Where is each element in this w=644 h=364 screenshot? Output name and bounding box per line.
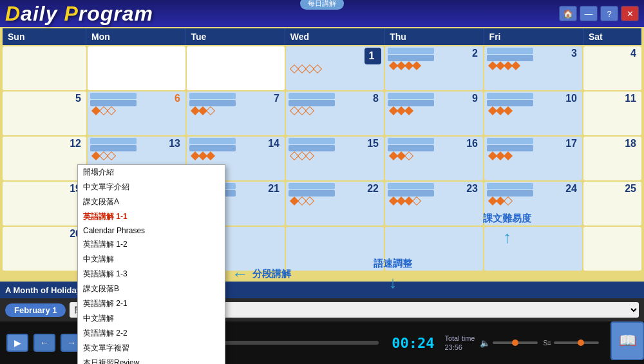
diamonds-17 xyxy=(487,151,580,160)
cal-cell-empty-tue xyxy=(187,46,285,90)
cal-cell-w5-wed[interactable] xyxy=(286,227,384,271)
help-button[interactable]: ? xyxy=(600,6,618,21)
cal-cell-8[interactable]: 8 xyxy=(286,91,384,135)
prev-button[interactable]: ← xyxy=(33,334,55,352)
cal-date-25: 25 xyxy=(586,183,639,195)
cal-cell-23[interactable]: 23 xyxy=(385,182,483,225)
cal-cell-empty-mon xyxy=(88,46,185,90)
app-title: Daily Program xyxy=(5,2,153,26)
cal-cell-w5-sat[interactable] xyxy=(583,227,641,271)
play-button[interactable]: ▶ xyxy=(6,334,28,352)
cal-date-5: 5 xyxy=(5,93,84,104)
cal-cell-11[interactable]: 11 xyxy=(583,91,641,135)
cal-cell-16[interactable]: 16 xyxy=(385,137,483,180)
diamonds-3 xyxy=(487,61,580,70)
cal-date-26: 26 xyxy=(5,228,84,240)
cal-date-17: 17 xyxy=(565,138,580,149)
cal-date-15: 15 xyxy=(367,138,381,149)
dropdown-item-4[interactable]: Calendar Phrases xyxy=(78,224,225,237)
cal-cell-19[interactable]: 19 xyxy=(3,182,86,225)
speed-slider[interactable]: S≡ xyxy=(543,340,599,347)
cal-cell-w5-thu[interactable] xyxy=(385,227,483,271)
total-time: Total time 23:56 xyxy=(444,334,475,352)
cal-cell-5[interactable]: 5 xyxy=(3,91,86,135)
cal-date-13: 13 xyxy=(169,138,183,149)
home-button[interactable]: 🏠 xyxy=(559,6,577,21)
cal-cell-26[interactable]: 26 xyxy=(3,227,86,271)
cal-cell-24[interactable]: 24 xyxy=(484,182,582,225)
diamonds-14 xyxy=(189,151,282,160)
cal-cell-6[interactable]: 6 xyxy=(88,91,185,135)
header-badge: 每日講解 xyxy=(300,0,344,10)
diamonds-15 xyxy=(289,151,381,160)
dropdown-item-12[interactable]: 英文單字複習 xyxy=(78,341,225,356)
cal-date-14: 14 xyxy=(268,138,282,149)
cal-cell-18[interactable]: 18 xyxy=(583,137,641,180)
current-time: 00:24 xyxy=(392,335,434,351)
day-header-sun: Sun xyxy=(3,28,86,45)
lesson-dropdown-popup: 開場介紹 中文單字介紹 課文段落A 英語講解 1-1 Calendar Phra… xyxy=(77,164,225,364)
cal-cell-25[interactable]: 25 xyxy=(583,182,641,225)
cal-date-12: 12 xyxy=(5,138,84,149)
cal-cell-7[interactable]: 7 xyxy=(187,91,285,135)
cal-date-19: 19 xyxy=(5,183,84,195)
day-header-wed: Wed xyxy=(285,28,384,45)
cal-cell-12[interactable]: 12 xyxy=(3,137,86,180)
cal-cell-4[interactable]: 4 xyxy=(583,46,641,90)
cal-date-21: 21 xyxy=(268,183,282,195)
book-button[interactable]: 📖 xyxy=(611,321,644,360)
minimize-button[interactable]: — xyxy=(580,6,598,21)
cal-cell-9[interactable]: 9 xyxy=(385,91,483,135)
volume-icon: 🔈 xyxy=(480,338,490,348)
cal-date-3: 3 xyxy=(571,48,580,59)
cal-date-11: 11 xyxy=(586,93,639,104)
diamonds-16 xyxy=(388,151,480,160)
cal-week-2: 5 6 7 xyxy=(3,91,641,135)
header: Daily Program 每日講解 🏠 — ? ✕ xyxy=(0,0,644,27)
cal-cell-w5-fri[interactable] xyxy=(484,227,582,271)
dropdown-item-7[interactable]: 英語講解 1-3 xyxy=(78,267,225,282)
cal-cell-2[interactable]: 2 xyxy=(385,46,483,90)
day-header-fri: Fri xyxy=(484,28,583,45)
diamonds-23 xyxy=(388,196,480,206)
day-header-tue: Tue xyxy=(185,28,285,45)
dropdown-item-5[interactable]: 英語講解 1-2 xyxy=(78,237,225,252)
cal-date-23: 23 xyxy=(466,183,480,195)
cal-date-16: 16 xyxy=(466,138,480,149)
cal-cell-empty-sun xyxy=(3,46,86,90)
close-button[interactable]: ✕ xyxy=(621,6,639,21)
total-time-label: Total time xyxy=(444,334,475,343)
cal-cell-15[interactable]: 15 xyxy=(286,137,384,180)
dropdown-item-9[interactable]: 英語講解 2-1 xyxy=(78,296,225,311)
cal-cell-22[interactable]: 22 xyxy=(286,182,384,225)
cal-date-8: 8 xyxy=(373,93,381,104)
date-label: February 1 xyxy=(5,303,66,317)
dropdown-item-6[interactable]: 中文講解 xyxy=(78,252,225,267)
diamonds-9 xyxy=(388,106,480,115)
dropdown-item-8[interactable]: 課文段落B xyxy=(78,282,225,296)
dropdown-item-10[interactable]: 中文講解 xyxy=(78,311,225,326)
dropdown-item-1[interactable]: 中文單字介紹 xyxy=(78,180,225,195)
diamonds-7 xyxy=(189,106,282,115)
diamonds-6 xyxy=(90,106,183,115)
cal-cell-1[interactable]: 1 xyxy=(286,46,384,90)
volume-slider[interactable]: 🔈 xyxy=(480,338,538,348)
cal-cell-10[interactable]: 10 xyxy=(484,91,582,135)
cal-date-10: 10 xyxy=(565,93,580,104)
diamonds-1 xyxy=(289,64,381,73)
dropdown-item-2[interactable]: 課文段落A xyxy=(78,195,225,209)
diamonds-13 xyxy=(90,151,183,160)
cal-date-9: 9 xyxy=(472,93,480,104)
diamonds-24 xyxy=(487,196,580,206)
speed-icon: S≡ xyxy=(543,340,551,347)
dropdown-item-3[interactable]: 英語講解 1-1 xyxy=(78,209,225,224)
cal-date-18: 18 xyxy=(586,138,639,149)
dropdown-item-11[interactable]: 英語講解 2-2 xyxy=(78,326,225,341)
cal-cell-3[interactable]: 3 xyxy=(484,46,582,90)
cal-date-1: 1 xyxy=(365,48,381,64)
dropdown-item-0[interactable]: 開場介紹 xyxy=(78,165,225,180)
dropdown-item-13[interactable]: 本日複習Review xyxy=(78,356,225,364)
diamonds-8 xyxy=(289,106,381,115)
cal-cell-17[interactable]: 17 xyxy=(484,137,582,180)
calendar-header-row: Sun Mon Tue Wed Thu Fri Sat xyxy=(3,28,641,45)
